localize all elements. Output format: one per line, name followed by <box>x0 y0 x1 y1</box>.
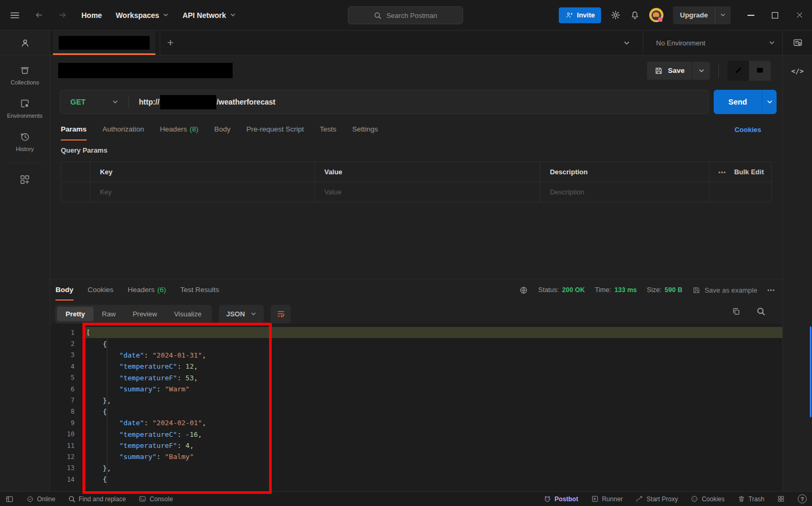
cookies-button[interactable]: Cookies <box>690 495 724 503</box>
edit-pencil-icon[interactable] <box>727 61 749 81</box>
line-number: 4 <box>50 363 75 370</box>
window-close-button[interactable] <box>796 11 804 19</box>
tab-authorization[interactable]: Authorization <box>103 118 144 140</box>
response-tab-body[interactable]: Body <box>56 279 73 301</box>
cookies-link[interactable]: Cookies <box>734 118 761 140</box>
online-status[interactable]: Online <box>26 495 56 503</box>
notifications-bell-icon[interactable] <box>630 11 640 20</box>
tab-body[interactable]: Body <box>214 118 230 140</box>
more-options-icon[interactable]: ••• <box>718 169 726 175</box>
sidebar-item-collections[interactable]: Collections <box>0 55 50 89</box>
tab-tests[interactable]: Tests <box>320 118 337 140</box>
view-raw[interactable]: Raw <box>94 307 124 321</box>
tab-pre-request-script[interactable]: Pre-request Script <box>246 118 304 140</box>
url-bar[interactable]: GET http:///weatherforecast <box>60 90 709 114</box>
window-minimize-button[interactable] <box>748 15 754 16</box>
tab-params[interactable]: Params <box>61 118 87 140</box>
start-proxy-button[interactable]: Start Proxy <box>635 495 678 503</box>
code-line: 9 "date": "2024-02-01", <box>50 417 782 428</box>
active-request-tab[interactable] <box>53 31 155 55</box>
hamburger-menu-icon[interactable] <box>10 10 20 21</box>
nav-api-network[interactable]: API Network <box>182 11 235 20</box>
find-and-replace-button[interactable]: Find and replace <box>68 495 126 503</box>
tab-overflow-chevron-icon[interactable] <box>611 31 643 55</box>
response-more-options-icon[interactable]: ••• <box>767 287 775 293</box>
view-pretty[interactable]: Pretty <box>57 307 94 321</box>
value-input[interactable]: Value <box>315 182 540 202</box>
copy-icon[interactable] <box>732 307 741 316</box>
sidebar-profile-icon[interactable] <box>0 31 50 55</box>
code-line: 12 "summary": "Balmy" <box>50 451 782 462</box>
search-icon <box>374 12 382 20</box>
method-chevron-icon[interactable] <box>112 99 118 105</box>
send-button-group: Send <box>714 90 777 114</box>
edit-comment-toggle <box>727 61 771 81</box>
upgrade-button[interactable]: Upgrade <box>673 6 731 24</box>
chevron-down-icon <box>251 311 256 317</box>
history-clock-icon <box>19 131 31 143</box>
sidebar-item-environments[interactable]: Environments <box>0 89 50 122</box>
response-tab-cookies[interactable]: Cookies <box>88 279 114 301</box>
view-preview[interactable]: Preview <box>124 307 165 321</box>
method-selector[interactable]: GET <box>60 98 86 106</box>
settings-gear-icon[interactable] <box>611 10 621 20</box>
sidebar-item-history[interactable]: History <box>0 122 50 155</box>
code-line: 4 "temperatureC": 12, <box>50 361 782 372</box>
help-button[interactable]: ? <box>798 494 807 503</box>
forward-arrow-icon[interactable] <box>58 10 68 20</box>
response-body-editor[interactable]: 1[2 {3 "date": "2024-01-31",4 "temperatu… <box>50 324 782 492</box>
url-row: GET http:///weatherforecast Send <box>50 86 782 118</box>
request-header: Save <box>50 55 782 86</box>
description-input[interactable]: Description <box>540 182 709 202</box>
tab-settings[interactable]: Settings <box>352 118 378 140</box>
runner-button[interactable]: Runner <box>591 495 623 503</box>
new-tab-button[interactable]: + <box>160 31 181 55</box>
response-tab-test-results[interactable]: Test Results <box>180 279 219 301</box>
chevron-down-icon[interactable] <box>715 6 731 24</box>
url-input[interactable]: http:///weatherforecast <box>139 95 275 109</box>
postbot-button[interactable]: Postbot <box>543 495 578 503</box>
line-number: 14 <box>50 476 75 483</box>
console-icon <box>139 495 146 503</box>
sidebar-explore-add-icon[interactable] <box>0 163 50 185</box>
wrap-lines-button[interactable] <box>271 305 291 323</box>
format-dropdown[interactable]: JSON <box>219 305 264 323</box>
nav-home[interactable]: Home <box>81 11 102 20</box>
runner-play-icon <box>591 495 599 503</box>
key-input[interactable]: Key <box>90 182 315 202</box>
search-input[interactable]: Search Postman <box>348 6 463 24</box>
console-button[interactable]: Console <box>139 495 173 503</box>
trash-button[interactable]: Trash <box>737 495 764 503</box>
code-line: 1[ <box>50 327 782 338</box>
nav-workspaces[interactable]: Workspaces <box>116 11 169 20</box>
environment-quick-look-icon[interactable] <box>782 31 812 55</box>
view-visualize[interactable]: Visualize <box>165 307 210 321</box>
windows-grid-icon[interactable] <box>777 495 785 503</box>
comment-icon[interactable] <box>749 61 771 81</box>
code-line: 2 { <box>50 338 782 349</box>
check-circle-icon <box>26 495 34 503</box>
code-line: 8 { <box>50 406 782 417</box>
scrollbar-thumb[interactable] <box>810 326 811 417</box>
sidebar-toggle-icon[interactable] <box>5 495 14 503</box>
save-options-chevron-icon[interactable] <box>692 62 710 80</box>
code-snippet-icon[interactable]: </> <box>791 67 804 491</box>
bulk-edit-button[interactable]: Bulk Edit <box>734 168 764 176</box>
environment-selector[interactable]: No Environment <box>643 31 782 55</box>
window-maximize-button[interactable] <box>772 12 778 18</box>
invite-button[interactable]: Invite <box>559 7 601 23</box>
line-number: 7 <box>50 397 75 404</box>
response-tab-headers[interactable]: Headers (6) <box>128 279 167 301</box>
send-options-chevron-icon[interactable] <box>762 90 777 114</box>
send-button[interactable]: Send <box>714 90 762 114</box>
row-checkbox-cell[interactable] <box>61 182 90 202</box>
search-response-icon[interactable] <box>756 307 765 316</box>
response-view-switcher: Pretty Raw Preview Visualize <box>55 305 212 323</box>
chevron-down-icon <box>163 12 169 18</box>
tab-headers[interactable]: Headers (8) <box>160 118 199 140</box>
save-as-example-button[interactable]: Save as example <box>693 286 758 294</box>
save-button[interactable]: Save <box>647 62 692 80</box>
back-arrow-icon[interactable] <box>34 10 44 20</box>
globe-icon[interactable] <box>519 286 528 295</box>
user-avatar[interactable] <box>649 8 663 22</box>
